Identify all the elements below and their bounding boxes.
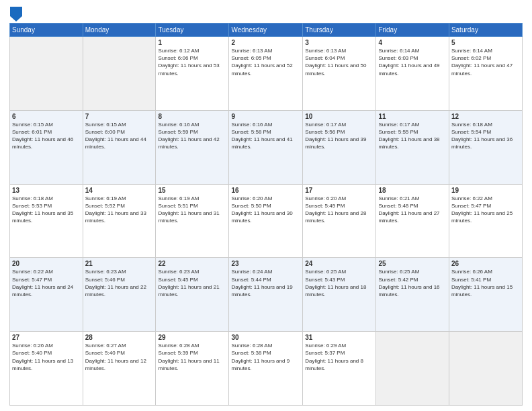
calendar-cell: 5 Sunrise: 6:14 AM Sunset: 6:02 PM Dayli… (449, 37, 522, 111)
sunset-value: 5:56 PM (325, 129, 345, 135)
day-number: 12 (451, 113, 520, 120)
day-info: Sunrise: 6:16 AM Sunset: 5:58 PM Dayligh… (231, 121, 300, 151)
sunset-label: Sunset: (12, 203, 32, 209)
day-info: Sunrise: 6:23 AM Sunset: 5:46 PM Dayligh… (85, 268, 154, 298)
sunrise-label: Sunrise: (85, 122, 107, 128)
sunrise-label: Sunrise: (451, 48, 473, 54)
calendar-cell: 16 Sunrise: 6:20 AM Sunset: 5:50 PM Dayl… (229, 184, 303, 258)
sunset-label: Sunset: (378, 55, 398, 61)
sunset-label: Sunset: (305, 203, 324, 209)
sunset-label: Sunset: (378, 203, 398, 209)
sunrise-label: Sunrise: (12, 342, 34, 349)
day-info: Sunrise: 6:13 AM Sunset: 6:05 PM Dayligh… (231, 47, 300, 77)
calendar-cell: 24 Sunrise: 6:25 AM Sunset: 5:43 PM Dayl… (303, 258, 376, 332)
sunset-label: Sunset: (451, 55, 471, 61)
day-info: Sunrise: 6:29 AM Sunset: 5:37 PM Dayligh… (305, 342, 373, 372)
sunset-label: Sunset: (158, 129, 177, 135)
day-number: 28 (85, 334, 154, 341)
daylight-label: Daylight: (85, 210, 107, 216)
sunset-value: 6:06 PM (178, 55, 198, 61)
day-number: 22 (158, 260, 226, 267)
calendar-week-row: 6 Sunrise: 6:15 AM Sunset: 6:01 PM Dayli… (10, 110, 523, 184)
calendar-cell: 15 Sunrise: 6:19 AM Sunset: 5:51 PM Dayl… (156, 184, 229, 258)
calendar-cell: 22 Sunrise: 6:23 AM Sunset: 5:45 PM Dayl… (156, 258, 229, 332)
daylight-label: Daylight: (378, 284, 400, 290)
header (9, 7, 523, 19)
calendar-cell: 13 Sunrise: 6:18 AM Sunset: 5:53 PM Dayl… (10, 184, 83, 258)
sunrise-value: 6:21 AM (400, 195, 419, 201)
day-number: 15 (158, 187, 226, 194)
sunset-value: 5:42 PM (398, 277, 418, 283)
day-number: 19 (451, 187, 520, 194)
day-number: 2 (231, 39, 300, 46)
day-info: Sunrise: 6:28 AM Sunset: 5:38 PM Dayligh… (231, 342, 300, 372)
sunset-value: 5:45 PM (178, 277, 198, 283)
calendar-cell: 27 Sunrise: 6:26 AM Sunset: 5:40 PM Dayl… (10, 332, 83, 406)
day-number: 20 (12, 260, 81, 267)
calendar-cell: 30 Sunrise: 6:28 AM Sunset: 5:38 PM Dayl… (229, 332, 303, 406)
sunrise-value: 6:22 AM (472, 195, 492, 201)
calendar-cell (449, 332, 522, 406)
sunrise-value: 6:16 AM (253, 122, 272, 128)
daylight-label: Daylight: (85, 136, 107, 142)
sunrise-value: 6:23 AM (179, 269, 199, 275)
sunrise-value: 6:12 AM (179, 48, 199, 54)
sunrise-label: Sunrise: (451, 269, 473, 275)
daylight-label: Daylight: (451, 284, 474, 290)
daylight-label: Daylight: (231, 284, 253, 290)
daylight-label: Daylight: (305, 136, 327, 142)
day-info: Sunrise: 6:12 AM Sunset: 6:06 PM Dayligh… (158, 47, 226, 77)
sunset-label: Sunset: (231, 129, 251, 135)
calendar-week-row: 1 Sunrise: 6:12 AM Sunset: 6:06 PM Dayli… (10, 37, 523, 111)
day-info: Sunrise: 6:18 AM Sunset: 5:53 PM Dayligh… (12, 195, 81, 225)
sunrise-label: Sunrise: (305, 122, 326, 128)
calendar-week-row: 13 Sunrise: 6:18 AM Sunset: 5:53 PM Dayl… (10, 184, 523, 258)
sunset-label: Sunset: (158, 277, 177, 283)
calendar-cell: 11 Sunrise: 6:17 AM Sunset: 5:55 PM Dayl… (376, 110, 449, 184)
daylight-label: Daylight: (305, 358, 327, 364)
day-header-tuesday: Tuesday (156, 24, 229, 37)
day-header-monday: Monday (83, 24, 156, 37)
sunset-value: 5:46 PM (105, 277, 125, 283)
day-info: Sunrise: 6:15 AM Sunset: 6:01 PM Dayligh… (12, 121, 81, 151)
calendar-cell: 21 Sunrise: 6:23 AM Sunset: 5:46 PM Dayl… (83, 258, 156, 332)
sunrise-label: Sunrise: (451, 195, 473, 201)
daylight-label: Daylight: (12, 136, 34, 142)
day-number: 6 (12, 113, 81, 120)
sunrise-label: Sunrise: (231, 342, 253, 349)
calendar-cell: 26 Sunrise: 6:26 AM Sunset: 5:41 PM Dayl… (449, 258, 522, 332)
sunrise-label: Sunrise: (231, 269, 253, 275)
day-info: Sunrise: 6:20 AM Sunset: 5:50 PM Dayligh… (231, 195, 300, 225)
sunrise-value: 6:27 AM (106, 342, 126, 349)
sunset-value: 5:39 PM (178, 350, 198, 356)
sunrise-label: Sunrise: (158, 269, 179, 275)
calendar-cell: 9 Sunrise: 6:16 AM Sunset: 5:58 PM Dayli… (229, 110, 303, 184)
sunrise-label: Sunrise: (231, 122, 253, 128)
calendar-cell: 14 Sunrise: 6:19 AM Sunset: 5:52 PM Dayl… (83, 184, 156, 258)
sunset-label: Sunset: (231, 277, 251, 283)
day-header-sunday: Sunday (10, 24, 83, 37)
calendar-cell: 23 Sunrise: 6:24 AM Sunset: 5:44 PM Dayl… (229, 258, 303, 332)
calendar-table: SundayMondayTuesdayWednesdayThursdayFrid… (9, 23, 523, 406)
day-info: Sunrise: 6:22 AM Sunset: 5:47 PM Dayligh… (451, 195, 520, 225)
daylight-label: Daylight: (158, 62, 180, 68)
day-info: Sunrise: 6:25 AM Sunset: 5:42 PM Dayligh… (378, 268, 447, 298)
sunset-label: Sunset: (85, 277, 105, 283)
day-number: 11 (378, 113, 447, 120)
sunset-value: 5:41 PM (471, 277, 491, 283)
sunset-label: Sunset: (305, 55, 324, 61)
calendar-cell: 1 Sunrise: 6:12 AM Sunset: 6:06 PM Dayli… (156, 37, 229, 111)
sunrise-value: 6:17 AM (326, 122, 346, 128)
sunset-label: Sunset: (12, 129, 32, 135)
day-number: 31 (305, 334, 373, 341)
sunrise-label: Sunrise: (12, 195, 34, 201)
sunset-value: 5:47 PM (471, 203, 491, 209)
day-number: 14 (85, 187, 154, 194)
sunrise-label: Sunrise: (305, 342, 326, 349)
sunset-value: 5:51 PM (178, 203, 198, 209)
calendar-cell: 18 Sunrise: 6:21 AM Sunset: 5:48 PM Dayl… (376, 184, 449, 258)
sunrise-value: 6:28 AM (179, 342, 199, 349)
calendar-cell: 8 Sunrise: 6:16 AM Sunset: 5:59 PM Dayli… (156, 110, 229, 184)
calendar-cell: 31 Sunrise: 6:29 AM Sunset: 5:37 PM Dayl… (303, 332, 376, 406)
calendar-cell: 20 Sunrise: 6:22 AM Sunset: 5:47 PM Dayl… (10, 258, 83, 332)
